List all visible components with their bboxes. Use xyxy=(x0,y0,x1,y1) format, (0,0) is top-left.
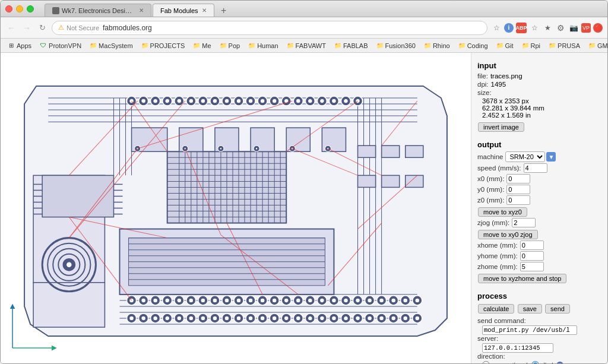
calculate-button[interactable]: calculate xyxy=(478,304,514,314)
zhome-input[interactable] xyxy=(520,262,544,271)
bookmark-rhino[interactable]: 📁 Rhino xyxy=(420,41,454,50)
speed-row: speed (mm/s): xyxy=(477,163,601,173)
climb-selected-indicator xyxy=(556,362,563,364)
back-button[interactable]: ← xyxy=(5,22,17,34)
z0-input[interactable] xyxy=(506,195,530,205)
tab-fabmodules[interactable]: Fab Modules ✕ xyxy=(153,4,214,17)
svg-point-130 xyxy=(201,316,205,321)
svg-point-154 xyxy=(343,316,348,321)
bookmark-protonvpn-label: ProtonVPN xyxy=(49,42,81,49)
extension-icon6[interactable]: 🔴 xyxy=(593,23,603,33)
server-input[interactable] xyxy=(482,343,553,353)
bookmark-pop-label: Pop xyxy=(229,42,240,49)
machine-label: machine xyxy=(477,153,503,160)
move-xy0-zjog-button[interactable]: move to xy0 zjog xyxy=(478,230,538,239)
invert-image-button[interactable]: invert image xyxy=(478,122,524,132)
bookmark-prusa[interactable]: 📁 PRUSA xyxy=(545,41,584,50)
bookmark-human[interactable]: 📁 Human xyxy=(245,41,281,50)
process-section-title: process xyxy=(477,292,601,300)
bookmark-git-label: Git xyxy=(505,42,514,49)
server-label: server: xyxy=(477,335,498,342)
bookmark-coding[interactable]: 📁 Coding xyxy=(455,41,492,50)
file-value: traces.png xyxy=(490,72,522,80)
svg-point-146 xyxy=(296,316,300,321)
coding-folder-icon: 📁 xyxy=(458,42,466,49)
yhome-input[interactable] xyxy=(520,251,544,261)
climb-radio[interactable] xyxy=(531,361,539,363)
machine-row: machine SRM-20 ▼ xyxy=(477,151,601,162)
extension-icon1[interactable]: ☆ xyxy=(529,23,540,33)
x0-input[interactable] xyxy=(506,174,530,183)
svg-point-242 xyxy=(255,147,258,150)
extension-icon3[interactable]: ⚙ xyxy=(555,23,566,33)
conventional-radio-label[interactable]: conventional xyxy=(482,361,528,363)
reload-button[interactable]: ↻ xyxy=(36,22,48,34)
machine-select[interactable]: SRM-20 xyxy=(505,151,545,162)
svg-point-198 xyxy=(308,99,312,103)
extension-icon2[interactable]: ★ xyxy=(542,23,553,33)
move-xyzhome-button[interactable]: move to xyzhome and stop xyxy=(478,274,566,283)
svg-point-148 xyxy=(308,316,312,321)
y0-input[interactable] xyxy=(506,185,530,194)
climb-radio-label[interactable]: climb xyxy=(531,361,564,363)
svg-point-92 xyxy=(272,298,277,303)
svg-point-172 xyxy=(153,99,158,103)
send-command-input[interactable] xyxy=(482,325,577,335)
bookmark-apps[interactable]: ⊞ Apps xyxy=(4,41,35,50)
address-bar[interactable]: ⚠ Not Secure fabmodules.org xyxy=(52,21,487,35)
bookmark-fabvawt[interactable]: 📁 FABVAWT xyxy=(283,41,330,50)
bookmark-fusion360[interactable]: 📁 Fusion360 xyxy=(373,41,419,50)
bookmark-star-icon[interactable]: ☆ xyxy=(491,23,502,33)
bookmark-gm[interactable]: 📁 GM xyxy=(585,41,607,50)
move-xyz0-button[interactable]: move to xyz0 xyxy=(478,207,527,217)
bookmark-rpi[interactable]: 📁 Rpi xyxy=(518,41,544,50)
info-icon[interactable]: i xyxy=(504,23,514,33)
bookmark-git[interactable]: 📁 Git xyxy=(493,41,517,50)
rhino-folder-icon: 📁 xyxy=(424,42,431,49)
tabs-area: Wk7. Electronics Design • Fab ✕ Fab Modu… xyxy=(45,1,603,17)
human-folder-icon: 📁 xyxy=(248,42,255,49)
svg-point-126 xyxy=(177,316,182,321)
forward-button[interactable]: → xyxy=(21,22,33,34)
tab-close-wk7[interactable]: ✕ xyxy=(139,7,144,14)
svg-point-164 xyxy=(403,316,408,321)
minimize-window-button[interactable] xyxy=(16,5,23,12)
save-button[interactable]: save xyxy=(518,304,542,314)
xhome-label: xhome (mm): xyxy=(477,242,518,249)
z0-row: z0 (mm): xyxy=(477,195,601,205)
bookmark-projects[interactable]: 📁 PROJECTS xyxy=(138,41,189,50)
close-window-button[interactable] xyxy=(5,5,12,12)
bookmark-protonvpn[interactable]: 🛡 ProtonVPN xyxy=(36,41,85,50)
dpi-label: dpi: xyxy=(477,81,489,88)
extension-icon4[interactable]: 📷 xyxy=(568,23,579,33)
not-secure-label: Not Secure xyxy=(66,24,99,31)
svg-point-240 xyxy=(220,147,222,150)
tab-wk7[interactable]: Wk7. Electronics Design • Fab ✕ xyxy=(45,4,151,17)
svg-rect-231 xyxy=(406,145,423,157)
extension-icon5[interactable]: VP xyxy=(581,23,591,33)
svg-point-238 xyxy=(184,147,186,150)
svg-point-150 xyxy=(319,316,324,321)
bookmark-pop[interactable]: 📁 Pop xyxy=(216,41,244,50)
speed-input[interactable] xyxy=(524,163,547,173)
conventional-radio[interactable] xyxy=(482,361,490,363)
xhome-input[interactable] xyxy=(520,240,544,250)
server-value-row xyxy=(477,343,601,353)
svg-point-132 xyxy=(213,316,217,321)
bookmark-fablab[interactable]: 📁 FABLAB xyxy=(331,41,372,50)
zjog-input[interactable] xyxy=(512,218,536,227)
canvas-area[interactable] xyxy=(1,53,471,363)
tab-close-fabmodules[interactable]: ✕ xyxy=(202,7,207,14)
bookmark-me[interactable]: 📁 Me xyxy=(189,41,214,50)
bookmark-macsystem[interactable]: 📁 MacSystem xyxy=(86,41,136,50)
svg-point-74 xyxy=(165,298,170,303)
adblock-icon[interactable]: ABP xyxy=(516,23,527,33)
bookmark-macsystem-label: MacSystem xyxy=(99,42,132,49)
svg-point-98 xyxy=(308,298,312,303)
svg-point-118 xyxy=(129,316,134,321)
bookmark-rhino-label: Rhino xyxy=(433,42,450,49)
svg-rect-24 xyxy=(42,175,113,217)
maximize-window-button[interactable] xyxy=(27,5,34,12)
send-button[interactable]: send xyxy=(545,304,570,314)
new-tab-button[interactable]: + xyxy=(217,5,231,17)
